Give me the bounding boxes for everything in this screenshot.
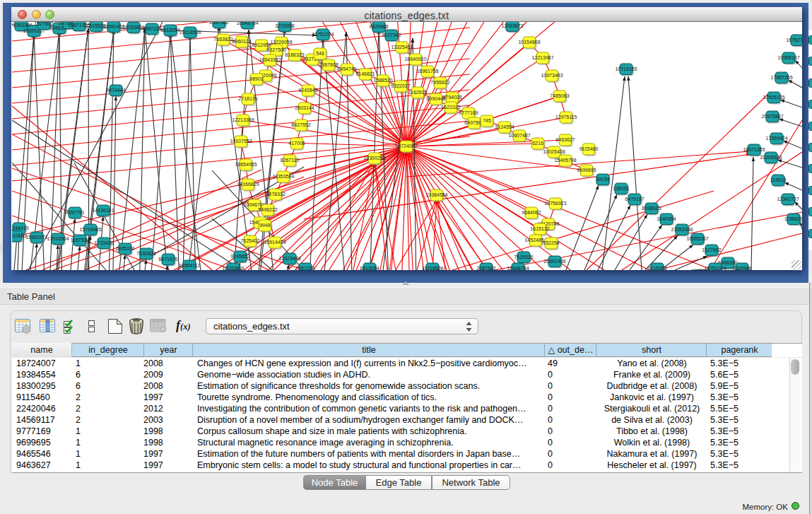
svg-text:16033809: 16033809 xyxy=(122,25,144,30)
svg-text:7625402: 7625402 xyxy=(240,238,259,243)
svg-text:15716485: 15716485 xyxy=(79,227,101,232)
svg-text:11353594: 11353594 xyxy=(273,174,295,179)
svg-text:12093872: 12093872 xyxy=(501,23,523,28)
svg-text:16914479: 16914479 xyxy=(264,240,286,245)
svg-text:18300295: 18300295 xyxy=(363,156,385,160)
svg-text:16033809: 16033809 xyxy=(222,266,244,270)
svg-text:9329966: 9329966 xyxy=(732,266,751,270)
svg-text:16782759: 16782759 xyxy=(786,37,802,42)
svg-text:19654955: 19654955 xyxy=(235,162,257,167)
svg-text:3215958: 3215958 xyxy=(275,23,294,28)
svg-text:16648784: 16648784 xyxy=(507,266,529,270)
svg-text:9227342: 9227342 xyxy=(382,33,401,37)
svg-text:2935114: 2935114 xyxy=(116,246,135,251)
svg-text:10210643: 10210643 xyxy=(12,233,27,238)
svg-text:1733426: 1733426 xyxy=(94,240,113,245)
svg-text:98901: 98901 xyxy=(249,76,264,81)
svg-text:9242848: 9242848 xyxy=(298,88,317,93)
svg-text:3124554: 3124554 xyxy=(495,124,514,129)
svg-text:2087682: 2087682 xyxy=(476,266,495,270)
svg-text:152254: 152254 xyxy=(543,240,559,245)
svg-text:10655267: 10655267 xyxy=(686,236,708,241)
svg-text:1588520: 1588520 xyxy=(373,78,392,83)
svg-text:1615132: 1615132 xyxy=(530,226,549,231)
svg-text:15751074: 15751074 xyxy=(704,266,726,270)
svg-text:1162615: 1162615 xyxy=(408,90,428,95)
svg-text:20691406: 20691406 xyxy=(102,24,124,29)
svg-text:16543382: 16543382 xyxy=(259,57,281,62)
svg-text:114519: 114519 xyxy=(770,177,787,182)
svg-text:10107553: 10107553 xyxy=(230,139,252,144)
svg-text:6794028: 6794028 xyxy=(442,95,461,100)
svg-text:10025438: 10025438 xyxy=(543,149,565,154)
svg-text:8813054: 8813054 xyxy=(160,28,180,33)
svg-text:2087682: 2087682 xyxy=(209,22,228,25)
svg-text:19218506: 19218506 xyxy=(179,30,201,35)
svg-text:6216: 6216 xyxy=(532,141,543,146)
svg-text:9115460: 9115460 xyxy=(579,146,599,151)
svg-text:7955812: 7955812 xyxy=(430,80,449,85)
svg-text:2367608: 2367608 xyxy=(319,62,338,67)
svg-text:8454749: 8454749 xyxy=(337,66,356,71)
svg-text:12342737: 12342737 xyxy=(777,197,799,201)
svg-text:9245652: 9245652 xyxy=(230,254,249,259)
svg-text:8267110: 8267110 xyxy=(281,158,300,163)
svg-text:20975867: 20975867 xyxy=(761,114,783,119)
svg-text:9146821: 9146821 xyxy=(355,71,375,76)
svg-text:7515526: 7515526 xyxy=(514,255,533,259)
svg-text:10719155: 10719155 xyxy=(615,66,637,71)
svg-text:20206536: 20206536 xyxy=(760,155,782,160)
svg-text:15495798: 15495798 xyxy=(554,158,576,163)
svg-text:10958107: 10958107 xyxy=(777,55,799,60)
svg-text:1156829: 1156829 xyxy=(784,216,802,221)
svg-text:17957255: 17957255 xyxy=(770,75,792,80)
svg-text:2803144: 2803144 xyxy=(295,105,314,110)
svg-text:8912954: 8912954 xyxy=(252,42,271,47)
svg-text:7632621: 7632621 xyxy=(136,251,155,256)
svg-text:9699695: 9699695 xyxy=(577,168,596,173)
svg-text:7957224: 7957224 xyxy=(295,266,314,270)
svg-text:10973493: 10973493 xyxy=(541,73,563,78)
svg-text:9327500: 9327500 xyxy=(266,47,286,52)
svg-text:12213967: 12213967 xyxy=(531,55,553,60)
svg-text:17016504: 17016504 xyxy=(47,236,69,241)
svg-text:5498222: 5498222 xyxy=(258,207,277,212)
svg-text:16671355: 16671355 xyxy=(743,147,765,152)
svg-text:19384554: 19384554 xyxy=(425,192,447,197)
svg-text:12505135: 12505135 xyxy=(763,95,784,100)
svg-text:1167534: 1167534 xyxy=(71,238,90,243)
svg-text:1621022: 1621022 xyxy=(441,105,460,110)
svg-text:8471676: 8471676 xyxy=(158,257,177,262)
svg-text:1244419: 1244419 xyxy=(12,226,29,230)
svg-text:13325419: 13325419 xyxy=(391,45,413,49)
svg-text:10654112: 10654112 xyxy=(179,263,201,268)
svg-text:18724007: 18724007 xyxy=(395,144,417,148)
svg-text:135051: 135051 xyxy=(613,186,629,191)
svg-text:6479197: 6479197 xyxy=(625,197,644,201)
svg-text:10756923: 10756923 xyxy=(544,201,566,206)
svg-text:39154: 39154 xyxy=(596,177,610,182)
svg-text:1640954: 1640954 xyxy=(657,216,676,221)
svg-text:9322037: 9322037 xyxy=(391,83,410,88)
svg-text:417006: 417006 xyxy=(288,141,305,146)
svg-text:10607487: 10607487 xyxy=(508,133,530,138)
svg-text:19218506: 19218506 xyxy=(421,266,443,270)
svg-text:16648784: 16648784 xyxy=(236,22,258,25)
svg-text:15751074: 15751074 xyxy=(312,32,334,37)
svg-text:7663822: 7663822 xyxy=(213,37,233,42)
svg-text:12023446: 12023446 xyxy=(278,256,300,261)
svg-text:19166829: 19166829 xyxy=(237,182,259,187)
svg-text:9948: 9948 xyxy=(259,223,271,228)
svg-text:546: 546 xyxy=(316,51,324,56)
svg-text:9463627: 9463627 xyxy=(555,137,575,142)
svg-text:10154808: 10154808 xyxy=(518,40,540,45)
svg-text:14136141: 14136141 xyxy=(92,208,114,213)
svg-text:8813054: 8813054 xyxy=(360,266,379,270)
svg-text:1527602: 1527602 xyxy=(702,247,721,252)
svg-text:13226058: 13226058 xyxy=(270,40,292,45)
svg-text:15692971: 15692971 xyxy=(25,235,47,240)
svg-text:18640910: 18640910 xyxy=(404,57,426,62)
svg-text:8427552: 8427552 xyxy=(291,122,310,127)
svg-text:7957224: 7957224 xyxy=(142,26,161,31)
svg-text:2718176: 2718176 xyxy=(238,96,257,101)
